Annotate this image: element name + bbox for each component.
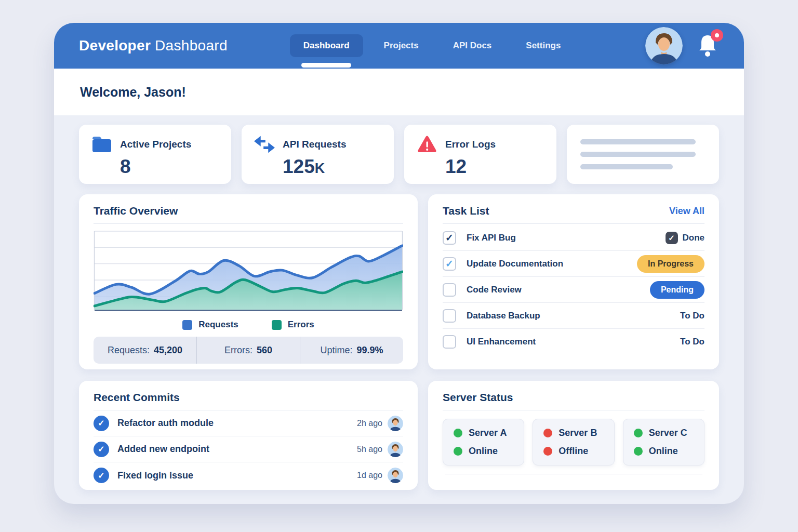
warning-icon [417, 134, 437, 155]
stat-label: Error Logs [445, 139, 496, 150]
traffic-summary-bar: Requests: 45,200 Errors: 560 Uptime: 99.… [94, 337, 403, 364]
stat-value: 125K [283, 157, 381, 176]
tab-api-docs[interactable]: API Docs [440, 34, 506, 57]
commit-row: ✓ Fixed login issue 1d ago [94, 462, 403, 488]
commit-message: Refactor auth module [117, 418, 214, 429]
panel-title: Server Status [443, 391, 513, 404]
skeleton-line [580, 152, 696, 157]
task-row: ✓ Fix API Bug ✓ Done [443, 225, 704, 251]
task-label: Fix API Bug [467, 233, 516, 243]
task-row: ✓ UI Enhancement ✓ To Do [443, 329, 704, 355]
server-status-text: Online [469, 446, 498, 457]
server-status-dot [634, 447, 643, 456]
commit-row: ✓ Added new endpoint 5h ago [94, 436, 403, 462]
app-title-bold: Developer [79, 37, 151, 54]
task-checkbox[interactable]: ✓ [443, 283, 456, 297]
legend-label: Requests [198, 320, 238, 330]
task-row: ✓ Update Documentation ✓ In Progress [443, 251, 704, 277]
server-card-a: Server A Online [443, 419, 524, 466]
task-status: ✓ To Do [680, 337, 704, 347]
commit-message: Fixed login issue [117, 470, 193, 481]
task-status: ✓ To Do [680, 311, 704, 321]
commit-time: 1d ago [357, 471, 382, 480]
commit-rows: ✓ Refactor auth module 2h ago ✓ Added ne… [94, 410, 403, 488]
legend-swatch-requests [182, 320, 192, 330]
content-area: Active Projects 8 API Requests 125K [54, 115, 744, 504]
server-status-dot [543, 429, 552, 437]
chart-legend: Requests Errors [94, 320, 403, 330]
divider [443, 223, 704, 224]
stat-label: API Requests [283, 139, 346, 150]
panel-title: Task List [443, 205, 489, 217]
task-row: ✓ Code Review ✓ Pending [443, 277, 704, 303]
server-status-dot [543, 447, 552, 456]
top-navbar: DeveloperDashboard Dashboard Projects AP… [54, 23, 744, 69]
server-status-panel: Server Status Server A Online Server B O… [428, 381, 719, 490]
server-status-text: Offline [558, 446, 588, 457]
commit-check-icon: ✓ [94, 442, 109, 457]
header-actions [645, 27, 719, 64]
server-status-text: Online [649, 446, 678, 457]
welcome-banner: Welcome, Jason! [54, 69, 744, 115]
server-status-dot [454, 447, 462, 456]
notification-badge [711, 29, 723, 42]
summary-uptime: Uptime: 99.9% [300, 337, 403, 364]
done-check-icon: ✓ [666, 232, 678, 244]
user-avatar[interactable] [645, 27, 683, 64]
task-checkbox[interactable]: ✓ [443, 335, 456, 349]
view-all-link[interactable]: View All [669, 206, 704, 217]
server-status-dot [454, 429, 462, 437]
server-name: Server B [558, 428, 597, 438]
commit-avatar [388, 416, 403, 431]
tab-settings[interactable]: Settings [512, 34, 574, 57]
task-status: ✓ Done [666, 232, 705, 244]
task-checkbox[interactable]: ✓ [443, 309, 456, 323]
folder-icon [91, 134, 112, 155]
traffic-overview-panel: Traffic Overview Requests Errors [79, 194, 418, 369]
main-nav: Dashboard Projects API Docs Settings [290, 34, 575, 57]
stat-label: Active Projects [120, 139, 191, 150]
commit-time: 5h ago [357, 445, 382, 454]
legend-requests: Requests [182, 320, 238, 330]
commit-time: 2h ago [357, 419, 382, 428]
commit-check-icon: ✓ [94, 416, 109, 431]
commit-check-icon: ✓ [94, 468, 109, 483]
api-arrows-icon [254, 134, 275, 155]
stat-card-api-requests: API Requests 125K [242, 125, 394, 184]
server-status-dot [634, 429, 643, 437]
task-rows: ✓ Fix API Bug ✓ Done ✓ Update Documentat… [443, 225, 704, 355]
stats-row: Active Projects 8 API Requests 125K [79, 125, 719, 184]
app-title-regular: Dashboard [155, 37, 228, 54]
stat-value: 8 [120, 157, 219, 176]
recent-commits-panel: Recent Commits ✓ Refactor auth module 2h… [79, 381, 418, 490]
task-label: UI Enhancement [467, 337, 536, 347]
tab-dashboard[interactable]: Dashboard [290, 34, 363, 57]
task-label: Update Documentation [467, 259, 563, 269]
server-grid: Server A Online Server B Offline Server … [443, 419, 704, 466]
divider [443, 410, 704, 410]
stat-card-active-projects: Active Projects 8 [79, 125, 231, 184]
app-title: DeveloperDashboard [79, 37, 228, 54]
main-grid: Traffic Overview Requests Errors [79, 194, 719, 490]
panel-title: Traffic Overview [94, 205, 178, 217]
panel-title: Recent Commits [94, 391, 180, 404]
summary-errors: Errors: 560 [196, 337, 300, 364]
summary-requests: Requests: 45,200 [94, 337, 196, 364]
server-name: Server C [649, 428, 687, 438]
divider [445, 474, 702, 474]
tab-projects[interactable]: Projects [370, 34, 432, 57]
task-status: ✓ Pending [650, 281, 704, 299]
stat-card-placeholder [567, 125, 719, 184]
task-row: ✓ Database Backup ✓ To Do [443, 303, 704, 329]
task-checkbox[interactable]: ✓ [443, 231, 456, 245]
welcome-text: Welcome, Jason! [80, 85, 186, 100]
task-status: ✓ In Progress [637, 255, 704, 273]
server-name: Server A [469, 428, 507, 438]
notifications-button[interactable] [696, 33, 719, 58]
traffic-chart [94, 229, 403, 314]
stat-value: 12 [445, 157, 544, 176]
skeleton-line [580, 139, 696, 144]
commit-row: ✓ Refactor auth module 2h ago [94, 410, 403, 436]
task-checkbox[interactable]: ✓ [443, 257, 456, 271]
task-label: Code Review [467, 285, 522, 295]
